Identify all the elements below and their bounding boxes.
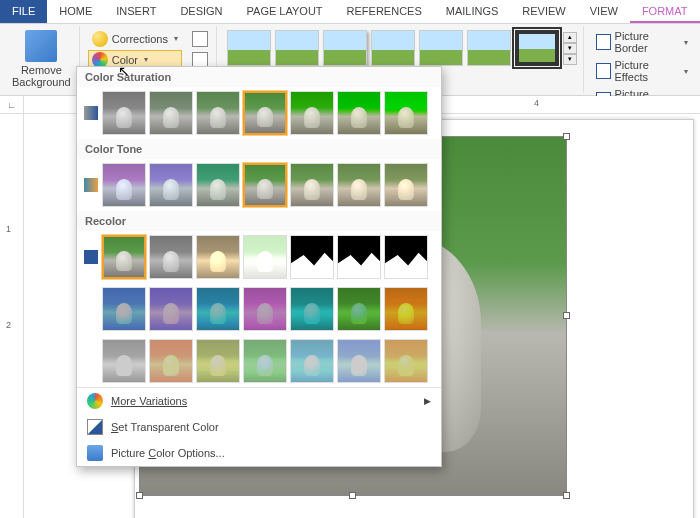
recolor-row-1: [77, 283, 441, 335]
thumb-blue-dark[interactable]: [102, 287, 146, 331]
thumb-temp-7200[interactable]: [290, 163, 334, 207]
ruler-tick: 4: [534, 98, 539, 108]
more-variations-icon: [87, 393, 103, 409]
tab-design[interactable]: DESIGN: [168, 0, 234, 23]
thumb-temp-8800[interactable]: [337, 163, 381, 207]
corrections-button[interactable]: Corrections▾: [88, 29, 182, 49]
thumb-temp-5900[interactable]: [196, 163, 240, 207]
style-thumb-4[interactable]: [371, 30, 415, 66]
compress-pictures-button[interactable]: [188, 29, 212, 49]
ribbon-tabs: FILE HOME INSERT DESIGN PAGE LAYOUT REFE…: [0, 0, 700, 24]
thumb-saturation-400[interactable]: [384, 91, 428, 135]
picture-border-button[interactable]: Picture Border▾: [592, 28, 692, 56]
picture-color-options-label: Picture Color Options...: [111, 447, 225, 459]
more-variations-item[interactable]: More Variations ▶: [77, 388, 441, 414]
picture-border-label: Picture Border: [615, 30, 678, 54]
thumb-cyan-light[interactable]: [290, 339, 334, 383]
tab-file[interactable]: FILE: [0, 0, 47, 23]
thumb-temp-11200[interactable]: [384, 163, 428, 207]
thumb-orange-light[interactable]: [384, 339, 428, 383]
tone-preset-icon: [83, 177, 99, 193]
tab-home[interactable]: HOME: [47, 0, 104, 23]
style-thumb-1[interactable]: [227, 30, 271, 66]
corrections-label: Corrections: [112, 33, 168, 45]
thumb-saturation-200[interactable]: [290, 91, 334, 135]
gallery-down[interactable]: ▾: [563, 43, 577, 54]
color-dropdown: Color Saturation Color Tone Recolor More…: [76, 66, 442, 467]
thumb-saturation-100[interactable]: [243, 91, 287, 135]
thumb-sepia[interactable]: [196, 235, 240, 279]
resize-handle-bl[interactable]: [136, 492, 143, 499]
thumb-cyan-dark[interactable]: [196, 287, 240, 331]
tab-view[interactable]: VIEW: [578, 0, 630, 23]
style-thumb-5[interactable]: [419, 30, 463, 66]
thumb-black-white-75[interactable]: [384, 235, 428, 279]
thumb-orange-dark[interactable]: [384, 287, 428, 331]
chevron-down-icon: ▾: [174, 34, 178, 43]
thumb-purple-dark[interactable]: [243, 287, 287, 331]
thumb-grayscale[interactable]: [149, 235, 193, 279]
remove-background-button[interactable]: RemoveBackground: [8, 28, 75, 90]
thumb-saturation-33[interactable]: [149, 91, 193, 135]
chevron-down-icon: ▾: [684, 67, 688, 76]
ruler-corner: ∟: [0, 96, 24, 113]
style-thumb-6[interactable]: [467, 30, 511, 66]
more-variations-label: More Variations: [111, 395, 187, 407]
tab-review[interactable]: REVIEW: [510, 0, 577, 23]
remove-background-icon: [25, 30, 57, 62]
saturation-title: Color Saturation: [77, 67, 441, 87]
corrections-icon: [92, 31, 108, 47]
resize-handle-tr[interactable]: [563, 133, 570, 140]
tab-page-layout[interactable]: PAGE LAYOUT: [235, 0, 335, 23]
thumb-red-light[interactable]: [149, 339, 193, 383]
thumb-green-dark[interactable]: [337, 287, 381, 331]
resize-handle-br[interactable]: [563, 492, 570, 499]
chevron-down-icon: ▾: [144, 55, 148, 64]
recolor-preset-icon: [83, 249, 99, 265]
style-thumb-3[interactable]: [323, 30, 367, 66]
picture-effects-icon: [596, 63, 611, 79]
thumb-teal-dark[interactable]: [290, 287, 334, 331]
tone-row: [77, 159, 441, 211]
recolor-preset-icon: [83, 353, 99, 369]
resize-handle-r[interactable]: [563, 312, 570, 319]
tab-format[interactable]: FORMAT: [630, 0, 700, 23]
thumb-black-white-25[interactable]: [290, 235, 334, 279]
chevron-down-icon: ▾: [684, 38, 688, 47]
thumb-green-light[interactable]: [243, 339, 287, 383]
resize-handle-b[interactable]: [349, 492, 356, 499]
picture-color-options-item[interactable]: Picture Color Options...: [77, 440, 441, 466]
gallery-more[interactable]: ▾: [563, 54, 577, 65]
picture-effects-button[interactable]: Picture Effects▾: [592, 57, 692, 85]
thumb-blue-light[interactable]: [337, 339, 381, 383]
tab-references[interactable]: REFERENCES: [335, 0, 434, 23]
thumb-black-white-50[interactable]: [337, 235, 381, 279]
tab-insert[interactable]: INSERT: [104, 0, 168, 23]
thumb-saturation-0[interactable]: [102, 91, 146, 135]
recolor-row-2: [77, 335, 441, 387]
thumb-temp-5300[interactable]: [149, 163, 193, 207]
thumb-temp-6500[interactable]: [243, 163, 287, 207]
thumb-saturation-300[interactable]: [337, 91, 381, 135]
style-thumb-7[interactable]: [515, 30, 559, 66]
ruler-tick: 2: [6, 320, 11, 330]
set-transparent-item[interactable]: Set Transparent Color: [77, 414, 441, 440]
tone-title: Color Tone: [77, 139, 441, 159]
thumb-olive-light[interactable]: [196, 339, 240, 383]
thumb-temp-4700[interactable]: [102, 163, 146, 207]
vertical-ruler: 12: [0, 114, 24, 518]
remove-background-label: RemoveBackground: [12, 64, 71, 88]
compress-icon: [192, 31, 208, 47]
picture-border-icon: [596, 34, 611, 50]
thumb-gray-light[interactable]: [102, 339, 146, 383]
picture-effects-label: Picture Effects: [615, 59, 678, 83]
thumb-washout[interactable]: [243, 235, 287, 279]
thumb-indigo-dark[interactable]: [149, 287, 193, 331]
style-thumb-2[interactable]: [275, 30, 319, 66]
tab-mailings[interactable]: MAILINGS: [434, 0, 511, 23]
recolor-preset-icon: [83, 301, 99, 317]
thumb-no-recolor[interactable]: [102, 235, 146, 279]
gallery-up[interactable]: ▴: [563, 32, 577, 43]
picture-styles-gallery: ▴ ▾ ▾: [225, 28, 579, 68]
thumb-saturation-66[interactable]: [196, 91, 240, 135]
